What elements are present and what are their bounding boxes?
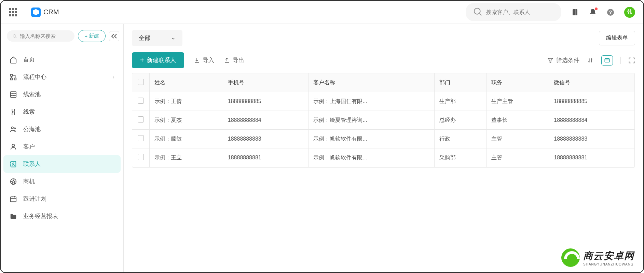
plus-icon: + [84,33,87,39]
home-icon [10,56,17,63]
select-all-checkbox[interactable] [138,79,144,85]
view-toggle-button[interactable] [601,55,613,66]
sidebar-item-8[interactable]: 跟进计划 [3,190,121,207]
plus-icon: + [140,56,144,64]
cell-customer: 示例：帆软软件有限... [309,148,434,167]
cell-customer: 示例：绘夏管理咨询... [309,111,434,130]
table-row[interactable]: 示例：王立 18888888881 示例：帆软软件有限... 采购部 主管 18… [132,148,635,167]
global-search-input[interactable] [486,9,554,15]
sidebar-item-0[interactable]: 首页 [3,51,121,68]
import-button[interactable]: 导入 [194,56,214,64]
opportunity-icon [10,178,17,185]
row-check-cell [132,111,149,130]
contacts-icon [10,160,17,168]
filter-conditions-button[interactable]: 筛选条件 [547,56,579,64]
global-search[interactable] [466,3,561,21]
sidebar-item-label: 商机 [23,177,35,185]
toolbar-right: 筛选条件 [547,55,635,66]
main-content: 全部 编辑表单 + 新建联系人 导入 导出 筛选条件 [124,24,643,272]
cell-wechat: 18888888883 [549,130,635,148]
row-checkbox[interactable] [138,98,144,104]
cell-wechat: 18888888881 [549,148,635,167]
help-icon[interactable]: ? [606,8,615,16]
main-top-row: 全部 编辑表单 [132,30,635,46]
col-header-0[interactable]: 姓名 [149,73,223,92]
row-check-cell [132,92,149,111]
top-header: CRM ? 韩 [1,1,643,24]
sidebar-item-2[interactable]: 线索池 [3,86,121,103]
sidebar-search-input[interactable] [20,33,69,39]
table-row[interactable]: 示例：滕敏 18888888883 示例：帆软软件有限... 行政 主管 188… [132,130,635,148]
sidebar-search[interactable] [7,30,74,42]
sidebar-item-5[interactable]: 客户 [3,138,121,155]
col-header-2[interactable]: 客户名称 [309,73,434,92]
sidebar-item-label: 联系人 [23,160,41,168]
col-header-3[interactable]: 部门 [434,73,486,92]
sidebar-item-4[interactable]: 公海池 [3,120,121,138]
filter-select[interactable]: 全部 [132,30,182,46]
col-header-5[interactable]: 微信号 [549,73,635,92]
nav-list: 首页流程中心›线索池线索公海池客户联系人商机跟进计划业务经营报表 [1,48,123,272]
sidebar-item-3[interactable]: 线索 [3,103,121,120]
search-icon [472,6,483,18]
table-row[interactable]: 示例：王倩 18888888885 示例：上海国仁有限... 生产部 生产主管 … [132,92,635,111]
import-label: 导入 [203,56,214,64]
col-header-4[interactable]: 职务 [486,73,549,92]
fullscreen-icon[interactable] [628,57,635,64]
logo-icon [31,8,41,17]
header-icons: ? 韩 [571,7,635,18]
app-logo-group[interactable]: CRM [31,8,59,17]
cell-dept: 生产部 [434,92,486,111]
cell-customer: 示例：上海国仁有限... [309,92,434,111]
cell-dept: 采购部 [434,148,486,167]
person-icon [10,143,17,150]
divider [24,8,24,17]
table-row[interactable]: 示例：夏杰 18888888884 示例：绘夏管理咨询... 总经办 董事长 1… [132,111,635,130]
sidebar: + 新建 首页流程中心›线索池线索公海池客户联系人商机跟进计划业务经营报表 [1,24,124,272]
watermark-logo-icon [561,248,580,267]
flowchart-icon [10,73,17,81]
cell-wechat: 18888888884 [549,111,635,130]
row-checkbox[interactable] [138,154,144,160]
sidebar-item-9[interactable]: 业务经营报表 [3,207,121,225]
sidebar-item-label: 公海池 [23,125,41,133]
watermark-title: 商云安卓网 [583,249,634,262]
svg-rect-9 [14,78,16,80]
cell-name: 示例：滕敏 [149,130,223,148]
filter-select-label: 全部 [139,34,150,42]
svg-line-1 [480,14,481,15]
svg-point-12 [12,127,14,129]
svg-rect-24 [605,58,609,62]
filter-label: 筛选条件 [556,56,579,64]
svg-rect-2 [573,9,577,15]
sort-icon[interactable] [587,57,594,64]
sidebar-item-label: 流程中心 [23,73,46,81]
toolbar-row: + 新建联系人 导入 导出 筛选条件 [132,52,635,68]
cell-dept: 总经办 [434,111,486,130]
sidebar-item-1[interactable]: 流程中心› [3,68,121,86]
collapse-sidebar-button[interactable] [109,31,119,41]
sidebar-item-6[interactable]: 联系人 [3,155,121,173]
notification-icon[interactable] [589,8,597,16]
new-button-label: 新建 [89,33,99,39]
export-button[interactable]: 导出 [224,56,244,64]
sidebar-item-7[interactable]: 商机 [3,173,121,190]
new-contact-button[interactable]: + 新建联系人 [132,52,184,68]
apps-menu-icon[interactable] [9,8,17,16]
edit-form-button[interactable]: 编辑表单 [599,31,635,45]
select-all-cell [132,73,149,92]
user-avatar[interactable]: 韩 [624,7,635,18]
folder-icon [10,213,17,220]
chevron-right-icon: › [112,74,114,81]
cell-phone: 18888888883 [223,130,309,148]
row-checkbox[interactable] [138,116,144,123]
book-icon[interactable] [571,8,579,16]
svg-point-6 [13,34,16,37]
new-button[interactable]: + 新建 [78,30,106,42]
public-icon [10,126,17,133]
chevron-down-icon [171,36,176,41]
sidebar-item-label: 客户 [23,143,35,150]
row-checkbox[interactable] [138,135,144,141]
svg-point-14 [12,144,14,146]
col-header-1[interactable]: 手机号 [223,73,309,92]
